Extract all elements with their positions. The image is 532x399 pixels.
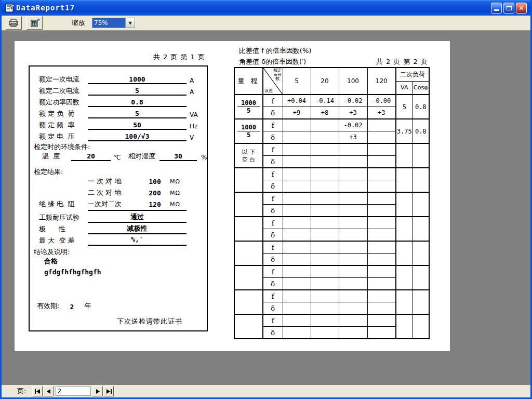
variation-value: %,′ [88,235,187,243]
rated-field-row: 额定一次电流1000A [30,73,207,84]
validity-unit: 年 [84,301,91,311]
range-denominator: 5 [235,107,262,114]
f-value [367,290,396,302]
f-value [311,119,339,131]
rated-field-row: 额定二次电流5A [30,84,207,96]
insulation-unit: MΩ [170,178,187,185]
f-value [339,265,367,278]
group-f-row: f [234,265,429,278]
corner-cell: 额定百分数误差 [263,68,283,95]
field-underline: 5 [88,87,187,96]
delta-value [311,131,339,144]
range-cell: 以 下空 白 [234,143,263,168]
table-body: 10005f+0.04-0.14-0.02-0.0050.8δ+9+8+3+31… [234,95,429,339]
result-section-title: 检定结果: [34,167,63,177]
zoom-combobox[interactable]: 75% ▼ [92,18,135,28]
f-value [339,143,367,156]
group-f-row: f [234,217,429,229]
corner-bottom-label: 误差 [264,88,273,94]
field-underline: 0.8 [88,98,187,107]
insulation-underline [88,210,187,211]
temperature-underline: 20 [71,152,111,161]
delta-value [311,302,339,315]
corner-top-label: 额定百分数 [273,69,282,81]
field-value: 1000 [129,75,145,83]
delta-value: +3 [367,107,396,119]
f-value: -0.02 [339,119,367,131]
range-cell [234,168,263,192]
print-button[interactable] [6,16,22,30]
range-denominator: 5 [235,131,262,139]
field-value: 0.8 [131,98,143,106]
page-number-input[interactable] [56,387,91,396]
f-label: f [263,119,283,131]
f-value [283,241,311,254]
delta-value [311,156,339,168]
printer-icon [9,19,19,27]
page1-indicator: 共 2 页 第 1 页 [153,52,205,62]
export-button[interactable] [26,16,43,30]
prev-page-button[interactable] [43,386,54,396]
maximize-button[interactable] [503,3,514,14]
burden-va [396,217,413,241]
delta-label: δ [263,327,283,339]
chevron-down-icon: ▼ [128,21,131,25]
f-label: f [263,217,283,229]
range-cell [234,241,263,265]
f-value [311,314,339,327]
zoom-selected-value: 75% [92,18,125,28]
delta-label: δ [263,229,283,242]
zoom-dropdown-button[interactable]: ▼ [125,18,135,28]
close-button[interactable]: ✕ [516,3,527,14]
f-value [311,168,339,180]
field-unit: VA [187,111,205,118]
delta-value [311,229,339,242]
delta-label: δ [263,302,283,315]
page2-title-line1: 比差值 f 的倍率因数(%) [239,46,311,56]
f-value [367,265,396,278]
delta-label: δ [263,254,283,266]
rated-field-row: 额定功率因数0.8 [30,96,207,107]
f-value [283,168,311,180]
f-value [283,119,311,131]
app-icon [5,4,14,12]
delta-value [367,254,396,266]
delta-value [339,156,367,168]
range-cell [234,217,263,241]
preview-area: 共 2 页 第 1 页 额定一次电流1000A额定二次电流5A额定功率因数0.8… [2,31,530,385]
first-page-button[interactable] [32,386,43,396]
delta-value [339,278,367,290]
range-numerator: 1000 [237,99,260,107]
delta-label: δ [263,278,283,290]
last-page-button[interactable] [103,386,114,396]
validity-row: 有效期: 2 年 [37,301,91,311]
range-numerator: 1000 [237,124,260,131]
next-page-button[interactable] [92,386,103,396]
withstand-value: 通过 [88,212,187,222]
toolbar: 缩放 75% ▼ [2,16,530,31]
factor-table: 量 程额定百分数误差520100120二次负荷VACosφ10005f+0.04… [234,67,430,339]
range-text: 以 下 [235,148,262,156]
f-value [283,265,311,278]
delta-value [283,131,311,144]
burden-va [396,265,413,290]
f-value [367,241,396,254]
delta-value [339,302,367,315]
burden-va [396,168,413,192]
minimize-button[interactable] [491,3,502,14]
f-value [367,119,396,131]
insulation-name: 一次对二次 [88,200,140,209]
rated-fields: 额定一次电流1000A额定二次电流5A额定功率因数0.8额 定 负 荷5VA额 … [30,66,207,141]
app-window: DataReport17 ✕ [0,0,532,399]
group-f-row: 10005f+0.04-0.14-0.02-0.0050.8 [234,95,429,107]
range-cell: 10005 [234,95,263,119]
env-section-title: 检定时的环境条件: [34,142,90,152]
delta-value [339,205,367,217]
conclusion-title: 结论及说明: [34,247,70,257]
conclusion-line: gfdgfhfhgfhgfh [44,268,101,276]
burden-cos: 0.8 [413,95,429,119]
percent-header: 120 [367,68,396,95]
f-value [339,290,367,302]
delta-value [283,302,311,315]
f-value [283,143,311,156]
